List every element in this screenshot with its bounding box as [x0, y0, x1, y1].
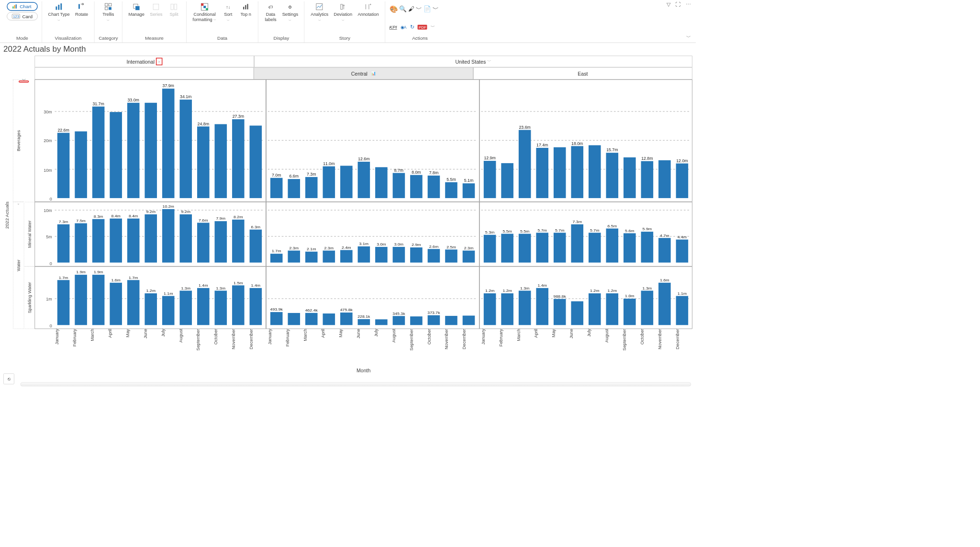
conditional-formatting-button[interactable]: Conditional formatting ﹀	[190, 1, 219, 23]
bar[interactable]	[463, 183, 475, 198]
bar[interactable]	[658, 238, 671, 263]
horizontal-scrollbar[interactable]	[21, 382, 691, 387]
bar[interactable]	[536, 148, 548, 198]
rotate-button[interactable]: Rotate	[73, 1, 90, 18]
bar[interactable]	[463, 316, 475, 325]
bar[interactable]	[92, 275, 105, 325]
bar[interactable]	[571, 146, 583, 198]
bar[interactable]	[393, 316, 405, 325]
bar[interactable]	[641, 232, 653, 263]
bar[interactable]	[288, 251, 301, 263]
bar[interactable]	[127, 280, 140, 325]
bar[interactable]	[571, 224, 583, 263]
bar[interactable]	[215, 221, 227, 263]
bar[interactable]	[75, 132, 87, 198]
bar[interactable]	[484, 293, 496, 325]
row-label-sparkling-water[interactable]: Sparkling Water	[27, 282, 32, 313]
bar[interactable]	[57, 224, 70, 263]
bar[interactable]	[57, 280, 70, 325]
brush-icon[interactable]: 🖌 ﹀	[408, 5, 422, 13]
bar[interactable]	[358, 246, 370, 263]
sort-button[interactable]: ↑↓ Sort ﹀	[220, 1, 236, 24]
bar[interactable]	[162, 209, 175, 263]
topn-button[interactable]: Top n	[238, 1, 254, 18]
bar[interactable]	[75, 275, 87, 325]
bar[interactable]	[428, 315, 440, 325]
bar[interactable]	[606, 229, 618, 263]
annotation-button[interactable]: + Annotation	[356, 1, 381, 18]
bar[interactable]	[250, 125, 262, 198]
col-header-international[interactable]: International ›	[34, 56, 254, 67]
bar[interactable]	[323, 167, 335, 198]
bar[interactable]	[571, 301, 583, 325]
col-subheader-east[interactable]: East	[473, 67, 692, 80]
target-icon[interactable]: ◉A	[401, 25, 407, 30]
bar[interactable]	[162, 89, 175, 198]
bar[interactable]	[536, 288, 548, 325]
bar[interactable]	[110, 112, 122, 198]
expand-international-icon[interactable]: ›	[156, 58, 162, 66]
bar[interactable]	[145, 293, 157, 325]
bar[interactable]	[305, 177, 318, 198]
bar[interactable]	[554, 147, 566, 198]
bar[interactable]	[232, 285, 245, 325]
bar[interactable]	[624, 157, 636, 198]
row-label-mineral-water[interactable]: Mineral Water	[27, 221, 32, 248]
bar[interactable]	[501, 293, 513, 325]
bar[interactable]	[92, 107, 105, 198]
bar[interactable]	[288, 313, 301, 325]
mini-chart-icon[interactable]: 📊	[371, 71, 376, 76]
bar[interactable]	[127, 219, 140, 263]
filter-icon[interactable]: ▽	[667, 1, 671, 8]
bar[interactable]	[463, 251, 475, 263]
bar[interactable]	[536, 233, 548, 263]
bar[interactable]	[606, 293, 618, 325]
bar[interactable]	[375, 319, 388, 325]
bar[interactable]	[410, 316, 423, 325]
bar[interactable]	[323, 313, 335, 325]
palette-icon[interactable]: 🎨	[390, 5, 398, 13]
bar[interactable]	[162, 296, 175, 325]
bar[interactable]	[110, 283, 122, 325]
bar[interactable]	[145, 214, 157, 263]
bar[interactable]	[676, 296, 688, 325]
bar[interactable]	[110, 219, 122, 263]
bar[interactable]	[589, 293, 601, 325]
collapse-us-icon[interactable]: ﹀	[487, 58, 491, 64]
bar[interactable]	[179, 100, 192, 198]
bar[interactable]	[215, 124, 227, 198]
bar[interactable]	[270, 312, 283, 325]
bar[interactable]	[270, 178, 283, 198]
analytics-button[interactable]: Analytics ﹀	[309, 1, 330, 24]
kpi-button[interactable]: KPI	[390, 24, 397, 30]
bar[interactable]	[501, 163, 513, 198]
bar[interactable]	[250, 288, 262, 325]
bar[interactable]	[215, 290, 227, 325]
bar[interactable]	[641, 290, 653, 325]
bar[interactable]	[676, 240, 688, 263]
bar[interactable]	[358, 319, 370, 325]
bar[interactable]	[288, 179, 301, 198]
bar[interactable]	[428, 176, 440, 198]
bar[interactable]	[641, 161, 653, 198]
row-label-beverages[interactable]: Beverages	[16, 130, 21, 151]
row-expand-beverages[interactable]: ︿	[19, 80, 29, 82]
bar[interactable]	[445, 316, 457, 325]
deviation-button[interactable]: Deviation ﹀	[332, 1, 354, 24]
bar[interactable]	[179, 290, 192, 325]
bar[interactable]	[375, 247, 388, 263]
bar[interactable]	[127, 103, 140, 198]
bar[interactable]	[270, 254, 283, 263]
bar[interactable]	[232, 119, 245, 198]
bar[interactable]	[250, 230, 262, 263]
bar[interactable]	[484, 161, 496, 198]
settings-button[interactable]: ⚙ Settings ﹀	[280, 1, 300, 24]
bar[interactable]	[410, 175, 423, 198]
bar[interactable]	[589, 145, 601, 198]
bar[interactable]	[145, 103, 157, 198]
fullscreen-icon[interactable]: ⛶	[675, 1, 680, 8]
bar[interactable]	[340, 313, 353, 325]
pdf-icon[interactable]: PDF	[418, 25, 427, 30]
bar[interactable]	[554, 299, 566, 325]
bar[interactable]	[179, 214, 192, 263]
